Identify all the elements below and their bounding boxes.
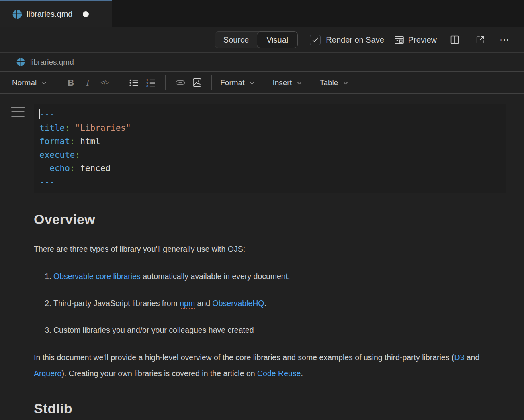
italic-button[interactable]: I [79, 75, 96, 91]
breadcrumb-file[interactable]: libraries.qmd [30, 58, 74, 67]
section-heading: Stdlib [34, 401, 496, 416]
doc-text: and [464, 353, 479, 362]
section-heading: Overview [34, 212, 496, 227]
table-menu-label: Table [320, 78, 338, 87]
doc-link[interactable]: ObservableHQ [213, 299, 264, 308]
bold-button[interactable]: B [62, 75, 79, 91]
numbered-list: Observable core libraries automatically … [34, 268, 496, 338]
paragraph: In this document we'll provide a high-le… [34, 349, 496, 381]
preview-label: Preview [408, 35, 437, 45]
format-menu-label: Format [220, 78, 244, 87]
code-line[interactable]: echo: fenced [39, 162, 501, 175]
numbered-list-icon: 1 2 3 [145, 77, 156, 88]
toolbar-separator [165, 75, 166, 90]
bullet-list-icon [129, 77, 139, 88]
doc-text: automatically available in every documen… [141, 272, 290, 281]
block-drag-handle-icon[interactable] [11, 107, 25, 120]
mode-toggle: Source Visual [215, 31, 298, 48]
doc-link[interactable]: Observable core libraries [53, 272, 141, 281]
chevron-down-icon [296, 80, 303, 86]
paragraph-style-dropdown[interactable]: Normal [10, 78, 50, 87]
insert-link-button[interactable] [172, 75, 188, 91]
list-item: Third-party JavaScript libraries from np… [53, 295, 496, 311]
code-line[interactable]: --- [39, 175, 501, 189]
insert-menu-label: Insert [272, 78, 292, 87]
toolbar-separator [56, 75, 56, 90]
document-body[interactable]: OverviewThere are three types of library… [34, 212, 496, 416]
checkmark-icon [312, 37, 319, 43]
paragraph-style-label: Normal [12, 78, 37, 87]
bold-icon: B [68, 77, 74, 88]
tab-title: libraries.qmd [27, 10, 72, 19]
doc-link[interactable]: Arquero [34, 369, 61, 378]
code-lines: ---title: "Libraries"format: htmlexecute… [39, 108, 501, 189]
code-icon: </> [100, 79, 108, 86]
image-icon [192, 77, 203, 88]
source-mode-button[interactable]: Source [215, 31, 257, 48]
render-on-save-checkbox[interactable] [310, 35, 321, 45]
text-cursor [39, 109, 40, 119]
code-line[interactable]: title: "Libraries" [39, 122, 501, 135]
svg-text:3: 3 [146, 84, 148, 88]
quarto-icon [12, 9, 23, 20]
doc-text: . [301, 369, 303, 378]
italic-icon: I [86, 77, 89, 88]
insert-image-button[interactable] [188, 75, 205, 91]
render-on-save-label: Render on Save [326, 35, 384, 45]
split-editor-icon [450, 35, 460, 45]
numbered-list-button[interactable]: 1 2 3 [142, 75, 159, 91]
list-item: Custom libraries you and/or your colleag… [53, 322, 496, 338]
more-actions-button[interactable]: ⋯ [499, 35, 510, 45]
code-line[interactable]: --- [39, 108, 501, 122]
modified-dot-icon[interactable] [83, 11, 89, 17]
doc-text: In this document we'll provide a high-le… [34, 353, 454, 362]
visual-mode-button[interactable]: Visual [257, 31, 298, 48]
code-line[interactable]: execute: [39, 149, 501, 162]
yaml-code-block[interactable]: ---title: "Libraries"format: htmlexecute… [34, 104, 506, 193]
link-icon [175, 77, 186, 88]
doc-text: Third-party JavaScript libraries from [53, 299, 180, 308]
paragraph: There are three types of library you'll … [34, 241, 496, 257]
format-toolbar: Normal B I </> 1 2 3 [0, 71, 524, 94]
tab-libraries-qmd[interactable]: libraries.qmd [0, 0, 112, 27]
toolbar-separator [264, 75, 264, 90]
doc-link[interactable]: npm [180, 299, 195, 309]
bullet-list-button[interactable] [125, 75, 142, 91]
editor-toolbar: Source Visual Render on Save Preview [0, 27, 524, 53]
inline-code-button[interactable]: </> [96, 75, 113, 91]
doc-text: Custom libraries you and/or your colleag… [53, 326, 254, 334]
preview-icon [394, 35, 405, 45]
list-item: Observable core libraries automatically … [53, 268, 496, 284]
doc-text: ). Creating your own libraries is covere… [61, 369, 257, 378]
doc-text: . [264, 299, 266, 308]
tab-bar: libraries.qmd [0, 0, 524, 27]
doc-link[interactable]: Code Reuse [257, 369, 301, 378]
chevron-down-icon [41, 80, 47, 86]
insert-menu[interactable]: Insert [270, 78, 305, 87]
doc-link[interactable]: D3 [454, 353, 464, 362]
table-menu[interactable]: Table [317, 78, 351, 87]
toolbar-separator [311, 75, 311, 90]
toolbar-separator [211, 75, 212, 90]
chevron-down-icon [249, 80, 255, 86]
editor-content: ---title: "Libraries"format: htmlexecute… [0, 94, 524, 416]
code-line[interactable]: format: html [39, 135, 501, 149]
toolbar-separator [119, 75, 119, 90]
open-external-button[interactable] [475, 35, 485, 45]
preview-button[interactable]: Preview [394, 35, 437, 45]
doc-text: There are three types of library you'll … [34, 245, 245, 253]
format-menu[interactable]: Format [218, 78, 258, 87]
split-editor-button[interactable] [450, 35, 460, 45]
doc-text: and [195, 299, 212, 308]
open-external-icon [475, 35, 485, 45]
quarto-icon [16, 57, 25, 67]
breadcrumb: libraries.qmd [0, 53, 524, 71]
chevron-down-icon [342, 80, 349, 86]
